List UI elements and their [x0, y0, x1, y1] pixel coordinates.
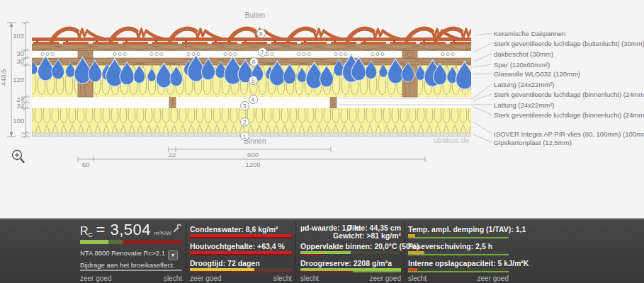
- scale-left: slecht: [300, 275, 319, 282]
- weight-value: Gewicht: >81 kg/m²: [333, 231, 401, 240]
- layer-label: ISOVER Integra AP PIR vlies (80, 100mm) …: [494, 130, 644, 138]
- scale-left: zeer goed: [80, 275, 111, 282]
- scale-right: slecht: [273, 275, 292, 282]
- layer-marker[interactable]: 6: [249, 57, 259, 67]
- watermark: ubakus.de: [434, 136, 470, 144]
- wrench-icon[interactable]: [172, 224, 182, 233]
- stat-bar: [408, 268, 509, 272]
- layer-marker[interactable]: 3: [240, 101, 249, 110]
- stat-label: Condenswater: 8,6 kg/m²: [190, 225, 278, 233]
- layer-marker[interactable]: 1: [240, 132, 249, 141]
- thermal-column: slecht zeer goed Temp. ampl. demping (1/…: [408, 219, 509, 283]
- rc-symbol: R: [80, 225, 89, 237]
- rc-subscript: C: [89, 231, 94, 238]
- layer-stack: [29, 28, 487, 137]
- stat-bar: [190, 251, 292, 255]
- layer-marker[interactable]: 7: [258, 47, 267, 57]
- scale-right: zeer goed: [478, 275, 509, 282]
- moisture-column: zeer goed slecht Condenswater: 8,6 kg/m²…: [190, 219, 292, 283]
- layer-dim: 100: [9, 117, 24, 125]
- layer-label: Keramische Dakpannen: [494, 30, 565, 37]
- stat-label: Interne opslagcapaciteit: 5 kJ/m²K: [408, 259, 529, 267]
- layer-label: Lattung (24x22mm²): [494, 81, 555, 88]
- layer-dim: 30: [9, 57, 24, 65]
- stat-bar: [190, 268, 292, 272]
- layer-label: Sterk geventileerde luchtlage (binnenluc…: [494, 91, 644, 98]
- layer-dim: 120: [9, 76, 24, 83]
- scale-right: zeer goed: [370, 275, 401, 282]
- layer-label: Glaswolle WLG032 (120mm): [494, 70, 580, 78]
- layer-dim: 24: [9, 102, 24, 110]
- scale-left: slecht: [408, 275, 426, 282]
- layer-label: Sterk geventileerde luchtlage (binnenluc…: [494, 111, 644, 119]
- rc-number: = 3,504: [96, 221, 152, 238]
- dim-600: 600: [239, 151, 267, 158]
- layer-marker[interactable]: 4: [249, 95, 258, 104]
- norm-preset-label: NTA 8800 Renovatie Rc>2.1: [80, 249, 165, 257]
- stat-bar: [300, 251, 401, 255]
- layer-dim: 103: [9, 32, 24, 40]
- stat-label: Temp. ampl. demping (1/TAV): 1,1: [408, 225, 526, 233]
- layer-label: Lattung (24x22mm²): [494, 101, 555, 109]
- roof-cross-section: Buiten Binnen ubakus.de 443,5 22 600 60 …: [0, 0, 644, 218]
- results-panel: RC = 3,504 m²K/W NTA 8800 Renovatie Rc>2…: [0, 218, 644, 283]
- dropdown-button[interactable]: ▼: [168, 250, 178, 260]
- layer-dim: 30: [9, 50, 24, 57]
- layer-marker[interactable]: 8: [256, 29, 266, 38]
- stat-label: Droogtijd: 72 dagen: [190, 259, 260, 267]
- dim-22: 22: [166, 151, 178, 158]
- layer-label: Sterk geventileerde luchtlage (buitenluc…: [494, 40, 644, 47]
- panel-divider: [404, 222, 405, 280]
- outside-label: Buiten: [241, 11, 269, 19]
- dim-1200: 1200: [237, 161, 269, 168]
- scale-left: zeer goed: [190, 275, 221, 282]
- stat-bar: [300, 268, 401, 272]
- stat-label: Faseverschuiving: 2,5 h: [408, 242, 492, 250]
- surface-column: µd-waarde: 1,7 m Dikte: 44,35 cm Gewicht…: [300, 219, 401, 283]
- panel-divider: [295, 222, 296, 280]
- ubakus-construction-view: Buiten Binnen ubakus.de 443,5 22 600 60 …: [0, 0, 644, 283]
- greenhouse-label: Bijdrage aan het broeikaseffect:: [80, 261, 174, 269]
- stat-bar: [408, 234, 509, 238]
- dim-60: 60: [74, 161, 98, 168]
- total-height-dim: 443,5: [0, 64, 7, 92]
- scale-right: slecht: [164, 275, 182, 282]
- rc-value: RC = 3,504 m²K/W: [80, 221, 171, 239]
- stat-label: Oppervlakte binnen: 20,0°C (50%): [300, 242, 419, 250]
- layer-label: Gipskartonplaat (12,5mm): [494, 139, 572, 146]
- stat-label: Houtvochtgehalte: +63,4 %: [190, 242, 285, 250]
- layer-marker[interactable]: 5: [249, 76, 258, 85]
- layer-marker[interactable]: 2: [240, 117, 249, 127]
- layer-label: dakbeschot (30mm): [494, 50, 553, 58]
- greenhouse-bar: [80, 270, 182, 271]
- norm-preset[interactable]: NTA 8800 Renovatie Rc>2.1▼: [80, 249, 178, 260]
- rc-unit: m²K/W: [154, 230, 171, 236]
- layer-label: Spar (120x60mm²): [494, 61, 550, 69]
- stat-label: Droogreserve: 2208 g/m²a: [300, 259, 392, 267]
- zoom-in-icon[interactable]: [13, 151, 25, 163]
- panel-divider: [186, 222, 186, 280]
- stat-bar: [408, 251, 509, 255]
- rc-rating-bar: [80, 240, 182, 244]
- rc-column: RC = 3,504 m²K/W NTA 8800 Renovatie Rc>2…: [80, 219, 182, 283]
- stat-bar: [190, 234, 292, 238]
